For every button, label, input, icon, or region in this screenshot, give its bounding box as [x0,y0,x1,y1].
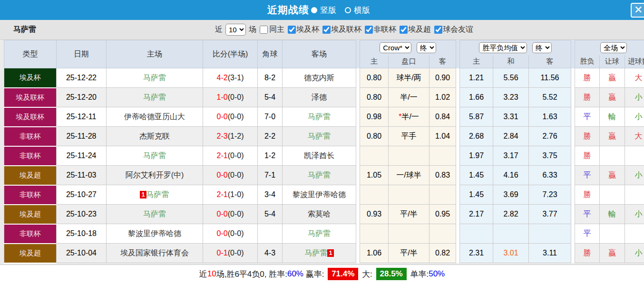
team-name: 马萨雷 [13,25,36,35]
odds-away-cell: 1.02 [429,88,456,107]
competition-label: 埃及杯 [296,25,319,35]
table-row: 埃及杯25-12-22马萨雷4-2(3-1)8-2德克内斯0.80球半/两0.9… [4,68,644,88]
table-row: 非联杯25-10-18黎波里伊蒂哈德0-0(0-0)马萨雷平 [4,224,644,244]
horizontal-layout-radio[interactable] [345,7,351,13]
odds-away-cell [429,224,456,244]
home-team-cell[interactable]: 1马萨雷 [107,185,203,205]
vertical-layout-label[interactable]: 竖版 [320,5,336,16]
home-team-cell[interactable]: 马萨雷 [107,88,203,107]
home-team-cell[interactable]: 马萨雷 [107,146,203,166]
team-name-text: 马萨雷 [308,113,331,121]
team-name-text: 马萨雷 [146,190,169,198]
team-name-text: 伊蒂哈德亚历山大 [124,113,185,121]
handicap-cell [389,146,429,166]
competition-checkbox-club-friendly[interactable] [434,26,442,34]
avg-draw-cell [493,224,529,244]
fulltime-score: 0-0 [217,171,228,179]
group-spacer [571,68,575,88]
away-team-cell[interactable]: 马萨雷 [283,107,356,127]
subcol-handicap-result: 让球 [600,55,625,68]
home-team-cell[interactable]: 伊蒂哈德亚历山大 [107,107,203,127]
winlose-result-cell: 勝 [575,88,600,107]
group-spacer [571,166,575,185]
handicap-result-cell: 輸 [600,205,625,224]
table-row: 埃及超25-10-23马萨雷0-0(0-0)5-4索莫哈0.93平/半0.952… [4,205,644,224]
away-team-cell[interactable]: 泽德 [283,88,356,107]
odds-company-select[interactable]: Crow* [380,42,411,53]
corner-cell: 8-2 [258,68,283,88]
group-spacer [356,224,360,244]
handicap-cell [389,185,429,205]
table-row: 埃及联杯25-12-20马萨雷1-0(0-0)5-4泽德0.80半/一1.021… [4,88,644,107]
filter-controls: 近 10 场 同主 埃及杯 埃及联杯 非联杯 埃及超 球会友谊 [215,24,473,36]
avg-draw-cell: 3.31 [493,107,529,127]
home-team-cell[interactable]: 马萨雷 [107,68,203,88]
away-team-cell[interactable]: 黎波里伊蒂哈德 [283,185,356,205]
score-cell: 2-3(1-2) [203,127,258,146]
rank-badge: 1 [140,191,146,198]
odds-away-cell [429,146,456,166]
home-team-cell[interactable]: 马萨雷 [107,205,203,224]
competition-checkbox-egypt-league-cup[interactable] [322,26,331,34]
competition-label: 非联杯 [373,25,396,35]
competition-checkbox-egypt-cup[interactable] [288,26,296,34]
col-header-away: 客场 [283,40,356,68]
away-team-cell[interactable]: 德克内斯 [283,68,356,88]
away-team-cell[interactable]: 马萨雷 [283,224,356,244]
team-name-text: 黎波里伊蒂哈德 [293,190,346,198]
scope-select[interactable]: 全场 [600,42,627,53]
table-row: 非联杯25-10-271马萨雷2-1(1-0)3-4黎波里伊蒂哈德1.453.6… [4,185,644,205]
subcol-avg-away: 客 [529,55,571,68]
group-spacer [456,185,460,205]
competition-type-badge: 埃及杯 [4,68,57,88]
team-name-text: 阿尔艾利开罗(中) [126,171,184,179]
competition-type-badge: 埃及超 [4,205,57,224]
group-spacer [456,107,460,127]
home-team-cell[interactable]: 埃及国家银行体育会 [107,244,203,263]
away-team-cell[interactable]: 马萨雷 [283,127,356,146]
average-type-select[interactable]: 胜平负均值 [479,42,527,53]
away-team-cell[interactable]: 索莫哈 [283,205,356,224]
handicap-text: 平/半 [400,249,417,257]
away-team-cell[interactable]: 马萨雷 [283,166,356,185]
odds-away-cell: 1.04 [429,127,456,146]
home-team-cell[interactable]: 阿尔艾利开罗(中) [107,166,203,185]
handicap-text: 平/半 [400,210,417,218]
score-cell: 0-0(0-0) [203,166,258,185]
competition-checkbox-egypt-premier[interactable] [400,26,408,34]
date-cell: 25-12-22 [57,68,107,88]
group-spacer [571,185,575,205]
table-row: 非联杯25-11-24马萨雷2-1(0-0)1-2凯泽酋长1.973.173.7… [4,146,644,166]
subcol-odds-away: 客 [429,55,456,68]
date-cell: 25-11-24 [57,146,107,166]
handicap-result-cell: 贏 [600,127,625,146]
competition-label: 球会友谊 [443,25,473,35]
competition-checkbox-non-league-cup[interactable] [365,26,373,34]
group-spacer [356,146,360,166]
average-time-select[interactable]: 终 [532,42,552,53]
summary-count: 10 [207,269,216,279]
big-pct-badge: 28.5% [376,268,407,280]
halftime-score: (0-0) [228,151,244,160]
group-spacer [356,205,360,224]
competition-type-badge: 埃及超 [4,244,57,263]
avg-away-cell: 3.75 [529,146,571,166]
summary-text: 近 [199,269,207,280]
away-team-cell[interactable]: 凯泽酋长 [283,146,356,166]
home-team-cell[interactable]: 黎波里伊蒂哈德 [107,224,203,244]
avg-home-cell: 2.68 [460,127,493,146]
match-count-select[interactable]: 10 [225,24,246,36]
vertical-layout-radio[interactable] [311,7,317,13]
home-team-cell[interactable]: 杰斯克联 [107,127,203,146]
close-icon: ✕ [634,4,643,16]
away-team-cell[interactable]: 马萨雷1 [283,244,356,263]
group-spacer [456,224,460,244]
odds-away-cell [429,185,456,205]
odds-time-select[interactable]: 终 [417,42,436,53]
close-button[interactable]: ✕ [631,3,644,18]
winlose-result-cell: 勝 [575,68,600,88]
goals-result-cell: 大 [625,127,644,146]
same-venue-checkbox[interactable] [260,26,268,34]
horizontal-layout-label[interactable]: 横版 [354,5,370,16]
group-spacer [456,244,460,263]
